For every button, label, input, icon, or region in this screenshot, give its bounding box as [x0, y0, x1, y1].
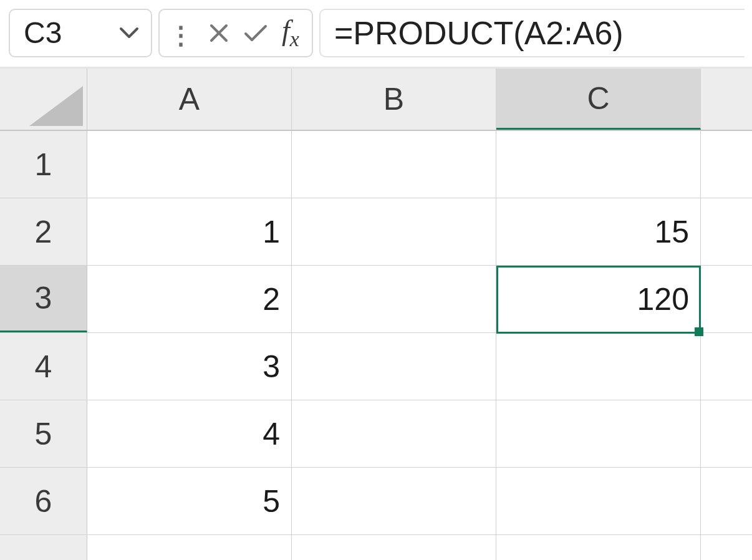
cell-A4[interactable]: 3 — [87, 333, 292, 400]
cell-B1[interactable] — [292, 131, 496, 198]
cell-A5[interactable]: 4 — [87, 400, 292, 467]
row-header-2[interactable]: 2 — [0, 198, 87, 265]
cell-B7[interactable] — [292, 535, 496, 560]
cell-C2[interactable]: 15 — [496, 198, 701, 265]
grid-row: 2 1 15 — [0, 198, 752, 266]
grid-row: 6 5 — [0, 468, 752, 535]
column-header-C[interactable]: C — [496, 69, 701, 130]
column-header-B[interactable]: B — [292, 69, 496, 130]
grid-row: 1 — [0, 131, 752, 198]
cell-D3[interactable] — [701, 266, 752, 332]
column-header-next[interactable] — [701, 69, 752, 130]
grid-row — [0, 535, 752, 560]
cell-D6[interactable] — [701, 468, 752, 534]
formula-input[interactable]: =PRODUCT(A2:A6) — [319, 9, 745, 57]
grid-row: 3 2 120 — [0, 266, 752, 333]
formula-bar-buttons: ⋮ fx — [158, 9, 313, 57]
cell-D4[interactable] — [701, 333, 752, 400]
row-header-6[interactable]: 6 — [0, 468, 87, 534]
cell-C4[interactable] — [496, 333, 701, 400]
cell-D1[interactable] — [701, 131, 752, 198]
confirm-icon[interactable] — [243, 22, 268, 44]
row-header-4[interactable]: 4 — [0, 333, 87, 400]
insert-function-button[interactable]: fx — [282, 14, 303, 51]
name-box[interactable]: C3 — [9, 9, 152, 57]
cell-A7[interactable] — [87, 535, 292, 560]
cell-D2[interactable] — [701, 198, 752, 265]
more-icon[interactable]: ⋮ — [168, 17, 195, 49]
cell-B3[interactable] — [292, 266, 496, 332]
cell-B4[interactable] — [292, 333, 496, 400]
cell-D7[interactable] — [701, 535, 752, 560]
cell-C7[interactable] — [496, 535, 701, 560]
cancel-icon[interactable] — [208, 22, 229, 44]
cell-A2[interactable]: 1 — [87, 198, 292, 265]
cell-C3[interactable]: 120 — [496, 266, 701, 332]
select-all-triangle-icon — [29, 86, 83, 126]
chevron-down-icon[interactable] — [118, 26, 140, 40]
grid-row: 4 3 — [0, 333, 752, 400]
cell-B2[interactable] — [292, 198, 496, 265]
cell-C1[interactable] — [496, 131, 701, 198]
column-header-A[interactable]: A — [87, 69, 292, 130]
row-header-7[interactable] — [0, 535, 87, 560]
cell-B5[interactable] — [292, 400, 496, 467]
formula-text: =PRODUCT(A2:A6) — [334, 14, 624, 52]
cell-A1[interactable] — [87, 131, 292, 198]
name-box-value: C3 — [24, 16, 62, 50]
cell-D5[interactable] — [701, 400, 752, 467]
row-header-3[interactable]: 3 — [0, 266, 87, 332]
cell-C6[interactable] — [496, 468, 701, 534]
spreadsheet-grid[interactable]: A B C 1 2 1 15 3 2 120 4 3 5 4 — [0, 69, 752, 560]
row-header-5[interactable]: 5 — [0, 400, 87, 467]
grid-row: 5 4 — [0, 400, 752, 468]
select-all-corner[interactable] — [0, 69, 87, 130]
column-header-row: A B C — [0, 69, 752, 131]
cell-A3[interactable]: 2 — [87, 266, 292, 332]
cell-A6[interactable]: 5 — [87, 468, 292, 534]
formula-bar: C3 ⋮ fx =PRODUCT(A2:A6) — [0, 0, 752, 69]
cell-C5[interactable] — [496, 400, 701, 467]
cell-B6[interactable] — [292, 468, 496, 534]
row-header-1[interactable]: 1 — [0, 131, 87, 198]
